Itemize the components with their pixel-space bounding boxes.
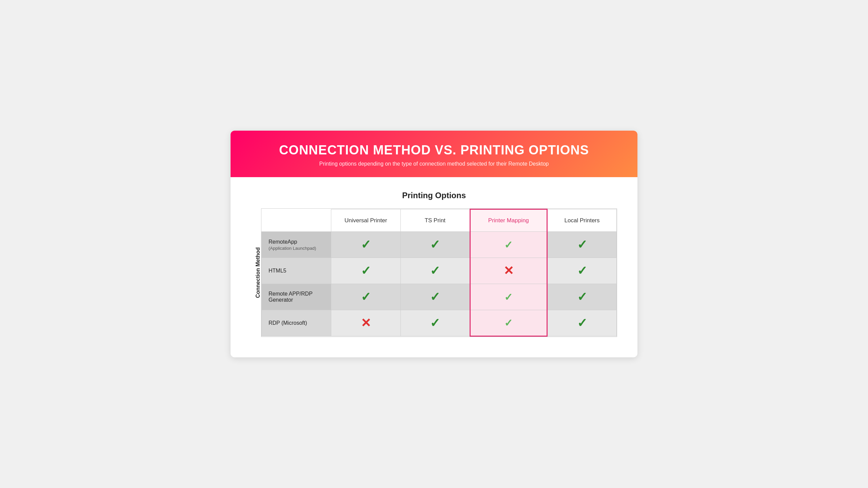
- cell-3-0: ✕: [331, 310, 400, 336]
- check-icon: ✓: [504, 239, 513, 250]
- page-title: CONNECTION METHOD VS. PRINTING OPTIONS: [244, 143, 624, 157]
- check-icon: ✓: [430, 316, 440, 330]
- table-wrapper: Connection Method Universal Printer TS P…: [251, 208, 617, 337]
- cell-0-2: ✓: [470, 232, 547, 258]
- check-icon: ✓: [430, 264, 440, 278]
- table-row: RDP (Microsoft)✕✓✓✓: [262, 310, 617, 336]
- section-title: Printing Options: [251, 191, 617, 200]
- cross-icon: ✕: [504, 264, 514, 278]
- cell-1-1: ✓: [400, 258, 470, 284]
- check-icon: ✓: [361, 290, 371, 304]
- check-icon: ✓: [504, 292, 513, 303]
- row-label-cell: HTML5: [262, 258, 331, 284]
- cell-0-3: ✓: [547, 232, 617, 258]
- table-row: HTML5✓✓✕✓: [262, 258, 617, 284]
- check-icon: ✓: [577, 264, 587, 278]
- col-header-local-printers: Local Printers: [547, 209, 617, 232]
- cell-2-1: ✓: [400, 284, 470, 310]
- cell-1-0: ✓: [331, 258, 400, 284]
- col-header-empty: [262, 209, 331, 232]
- cell-2-3: ✓: [547, 284, 617, 310]
- cell-3-1: ✓: [400, 310, 470, 336]
- check-icon: ✓: [577, 290, 587, 304]
- col-header-universal-printer: Universal Printer: [331, 209, 400, 232]
- cell-3-2: ✓: [470, 310, 547, 336]
- cell-0-0: ✓: [331, 232, 400, 258]
- comparison-table: Universal Printer TS Print Printer Mappi…: [261, 208, 617, 337]
- check-icon: ✓: [504, 317, 513, 329]
- cell-1-3: ✓: [547, 258, 617, 284]
- y-axis-label: Connection Method: [251, 208, 261, 337]
- check-icon: ✓: [430, 290, 440, 304]
- check-icon: ✓: [577, 238, 587, 251]
- cell-0-1: ✓: [400, 232, 470, 258]
- page-header: CONNECTION METHOD VS. PRINTING OPTIONS P…: [231, 131, 637, 177]
- col-header-ts-print: TS Print: [400, 209, 470, 232]
- table-row: RemoteApp(Application Launchpad)✓✓✓✓: [262, 232, 617, 258]
- row-label-cell: Remote APP/RDP Generator: [262, 284, 331, 310]
- main-card: CONNECTION METHOD VS. PRINTING OPTIONS P…: [231, 131, 637, 357]
- page-subtitle: Printing options depending on the type o…: [244, 161, 624, 167]
- row-label-cell: RemoteApp(Application Launchpad): [262, 232, 331, 258]
- col-header-printer-mapping: Printer Mapping: [470, 209, 547, 232]
- check-icon: ✓: [361, 264, 371, 278]
- row-label-cell: RDP (Microsoft): [262, 310, 331, 336]
- cell-1-2: ✕: [470, 258, 547, 284]
- table-row: Remote APP/RDP Generator✓✓✓✓: [262, 284, 617, 310]
- check-icon: ✓: [361, 238, 371, 251]
- cell-2-2: ✓: [470, 284, 547, 310]
- content-area: Printing Options Connection Method Unive…: [231, 177, 637, 357]
- check-icon: ✓: [430, 238, 440, 251]
- cell-3-3: ✓: [547, 310, 617, 336]
- check-icon: ✓: [577, 316, 587, 330]
- cross-icon: ✕: [361, 316, 371, 330]
- cell-2-0: ✓: [331, 284, 400, 310]
